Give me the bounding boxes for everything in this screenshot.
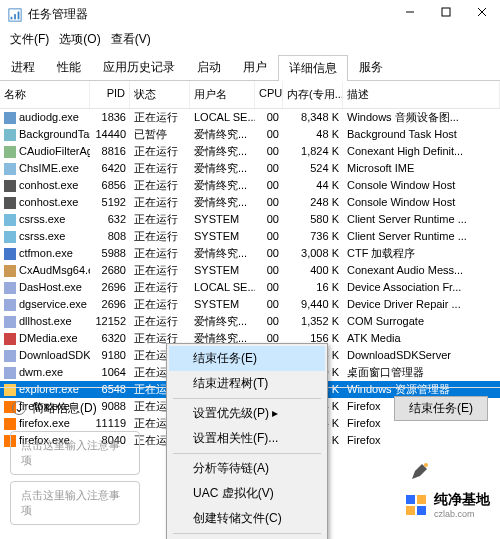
table-row[interactable]: BackgroundTaskH...14440已暂停爱情终究...0048 KB…	[0, 126, 500, 143]
menu-separator	[173, 398, 321, 399]
col-name[interactable]: 名称	[0, 81, 90, 108]
table-row[interactable]: csrss.exe808正在运行SYSTEM00736 KClient Serv…	[0, 228, 500, 245]
svg-rect-9	[406, 495, 415, 504]
svg-rect-10	[417, 495, 426, 504]
table-row[interactable]: audiodg.exe1836正在运行LOCAL SE...008,348 KW…	[0, 109, 500, 126]
watermark-icon	[404, 493, 428, 517]
submenu-arrow-icon: ▸	[269, 406, 278, 420]
menu-item-1[interactable]: 选项(O)	[55, 29, 104, 50]
note-input-1[interactable]: 点击这里输入注意事项	[10, 431, 140, 475]
menu-separator	[173, 453, 321, 454]
close-button[interactable]	[464, 0, 500, 24]
tab-性能[interactable]: 性能	[46, 54, 92, 80]
context-menu-item[interactable]: UAC 虚拟化(V)	[169, 481, 325, 506]
simple-info-toggle[interactable]: ⌄简略信息(D)	[12, 400, 97, 417]
table-row[interactable]: ctfmon.exe5988正在运行爱情终究...003,008 KCTF 加载…	[0, 245, 500, 262]
col-cpu[interactable]: CPU	[255, 81, 283, 108]
svg-rect-2	[14, 14, 16, 19]
table-row[interactable]: dllhost.exe12152正在运行爱情终究...001,352 KCOM …	[0, 313, 500, 330]
svg-rect-12	[417, 506, 426, 515]
table-row[interactable]: csrss.exe632正在运行SYSTEM00580 KClient Serv…	[0, 211, 500, 228]
menubar: 文件(F)选项(O)查看(V)	[0, 29, 500, 54]
context-menu-item[interactable]: 创建转储文件(C)	[169, 506, 325, 531]
tab-用户[interactable]: 用户	[232, 54, 278, 80]
col-status[interactable]: 状态	[130, 81, 190, 108]
svg-rect-5	[442, 8, 450, 16]
tab-服务[interactable]: 服务	[348, 54, 394, 80]
chevron-down-icon: ⌄	[12, 401, 26, 415]
col-mem[interactable]: 内存(专用...	[283, 81, 343, 108]
app-icon	[8, 8, 22, 22]
window-controls	[392, 0, 500, 24]
context-menu-item[interactable]: 设置优先级(P) ▸	[169, 401, 325, 426]
svg-point-8	[424, 463, 428, 467]
pen-tool-icon	[410, 461, 430, 481]
table-row[interactable]: dgservice.exe2696正在运行SYSTEM009,440 KDevi…	[0, 296, 500, 313]
tab-应用历史记录[interactable]: 应用历史记录	[92, 54, 186, 80]
tab-详细信息[interactable]: 详细信息	[278, 55, 348, 81]
table-row[interactable]: conhost.exe6856正在运行爱情终究...0044 KConsole …	[0, 177, 500, 194]
menu-item-2[interactable]: 查看(V)	[107, 29, 155, 50]
table-row[interactable]: DasHost.exe2696正在运行LOCAL SE...0016 KDevi…	[0, 279, 500, 296]
table-row[interactable]: ChsIME.exe6420正在运行爱情终究...00524 KMicrosof…	[0, 160, 500, 177]
tabstrip: 进程性能应用历史记录启动用户详细信息服务	[0, 54, 500, 81]
minimize-button[interactable]	[392, 0, 428, 24]
col-desc[interactable]: 描述	[343, 81, 500, 108]
context-menu: 结束任务(E)结束进程树(T)设置优先级(P) ▸设置相关性(F)...分析等待…	[166, 343, 328, 539]
col-user[interactable]: 用户名	[190, 81, 255, 108]
table-row[interactable]: CAudioFilterAgent...8816正在运行爱情终究...001,8…	[0, 143, 500, 160]
svg-rect-11	[406, 506, 415, 515]
menu-item-0[interactable]: 文件(F)	[6, 29, 53, 50]
table-row[interactable]: CxAudMsg64.exe2680正在运行SYSTEM00400 KConex…	[0, 262, 500, 279]
end-task-button[interactable]: 结束任务(E)	[394, 396, 488, 421]
tab-启动[interactable]: 启动	[186, 54, 232, 80]
column-headers: 名称 PID 状态 用户名 CPU 内存(专用... 描述	[0, 81, 500, 109]
watermark-text: 纯净基地	[434, 491, 490, 509]
note-input-2[interactable]: 点击这里输入注意事项	[10, 481, 140, 525]
table-row[interactable]: conhost.exe5192正在运行爱情终究...00248 KConsole…	[0, 194, 500, 211]
maximize-button[interactable]	[428, 0, 464, 24]
svg-rect-3	[18, 11, 20, 19]
context-menu-item[interactable]: 分析等待链(A)	[169, 456, 325, 481]
watermark: 纯净基地 czlab.com	[404, 491, 490, 519]
menu-separator	[173, 533, 321, 534]
context-menu-item[interactable]: 结束任务(E)	[169, 346, 325, 371]
context-menu-item[interactable]: 设置相关性(F)...	[169, 426, 325, 451]
tab-进程[interactable]: 进程	[0, 54, 46, 80]
col-pid[interactable]: PID	[90, 81, 130, 108]
context-menu-item[interactable]: 结束进程树(T)	[169, 371, 325, 396]
watermark-sub: czlab.com	[434, 509, 490, 519]
svg-rect-1	[11, 16, 13, 19]
